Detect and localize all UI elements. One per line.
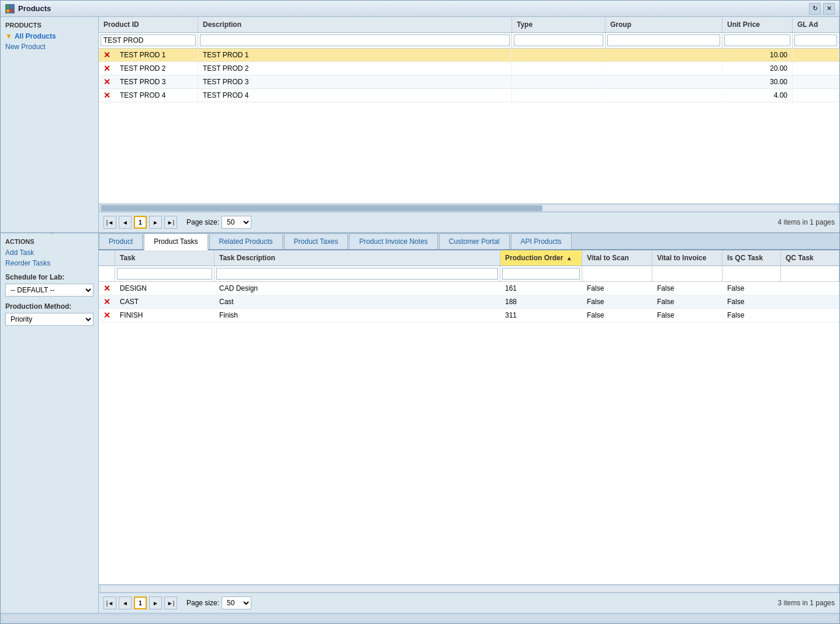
production-method-label: Production Method:	[5, 302, 94, 311]
task-cell-task: DESIGN	[115, 282, 215, 295]
table-row[interactable]: ✕ TEST PROD 2 TEST PROD 2 20.00	[99, 62, 839, 75]
cell-description: TEST PROD 2	[198, 62, 512, 75]
task-page-size-label: Page size:	[186, 599, 219, 607]
cell-type	[512, 93, 606, 98]
col-header-gl[interactable]: GL Ad	[793, 17, 839, 32]
task-filter-input-production-order[interactable]	[502, 268, 580, 280]
tab-product[interactable]: Product	[99, 233, 143, 249]
task-row-delete-icon[interactable]: ✕	[99, 284, 115, 293]
col-header-product-id[interactable]: Product ID	[99, 17, 198, 32]
row-delete-icon[interactable]: ✕	[99, 77, 115, 87]
task-next-page-button[interactable]: ►	[149, 597, 162, 609]
last-page-button[interactable]: ►|	[164, 216, 177, 229]
task-col-vital-invoice[interactable]: Vital to Invoice	[652, 250, 723, 266]
col-header-description[interactable]: Description	[198, 17, 512, 32]
titlebar: Products ↻ ✕	[1, 1, 839, 17]
prev-page-button[interactable]: ◄	[119, 216, 132, 229]
table-row[interactable]: ✕ TEST PROD 4 TEST PROD 4 4.00	[99, 89, 839, 102]
task-scroll-track	[101, 586, 837, 592]
page-size-select[interactable]: 50 25 100	[222, 216, 251, 229]
refresh-button[interactable]: ↻	[809, 3, 821, 15]
new-product-link[interactable]: New Product	[5, 43, 94, 51]
task-col-is-qc[interactable]: Is QC Task	[723, 250, 781, 266]
col-header-unit-price[interactable]: Unit Price	[723, 17, 793, 32]
task-cell-vital-invoice: False	[652, 295, 723, 308]
table-row[interactable]: ✕ TEST PROD 3 TEST PROD 3 30.00	[99, 75, 839, 89]
task-filter-input-task[interactable]	[117, 268, 212, 280]
reorder-tasks-link[interactable]: Reorder Tasks	[5, 259, 94, 267]
product-grid-hscrollbar[interactable]	[99, 204, 839, 212]
task-filter-input-description[interactable]	[216, 268, 498, 280]
cell-type	[512, 53, 606, 57]
cell-type	[512, 66, 606, 71]
task-cell-task: FINISH	[115, 309, 215, 322]
tab-customer-portal[interactable]: Customer Portal	[439, 233, 510, 249]
task-cell-production-order: 188	[500, 295, 582, 308]
filter-icon: ▼	[5, 32, 12, 40]
scroll-thumb[interactable]	[101, 205, 542, 211]
task-col-description[interactable]: Task Description	[215, 250, 500, 266]
tab-api-products[interactable]: API Products	[511, 233, 572, 249]
task-col-icon	[99, 250, 115, 266]
task-row[interactable]: ✕ CAST Cast 188 False False False	[99, 295, 839, 309]
bottom-left-sidebar: ACTIONS Add Task Reorder Tasks Schedule …	[1, 233, 99, 613]
task-last-page-button[interactable]: ►|	[164, 597, 177, 609]
task-col-task[interactable]: Task	[115, 250, 215, 266]
all-products-filter[interactable]: ▼ All Products	[5, 32, 94, 40]
task-cell-is-qc: False	[723, 282, 781, 295]
cell-product-id: TEST PROD 3	[115, 75, 198, 88]
filter-input-type[interactable]	[514, 35, 603, 46]
filter-cell-description	[198, 33, 512, 48]
filter-input-group[interactable]	[607, 35, 720, 46]
first-page-button[interactable]: |◄	[103, 216, 116, 229]
col-header-group[interactable]: Group	[606, 17, 723, 32]
task-col-qc-task[interactable]: QC Task	[781, 250, 839, 266]
task-row-delete-icon[interactable]: ✕	[99, 297, 115, 306]
bottom-section: ACTIONS Add Task Reorder Tasks Schedule …	[1, 233, 839, 613]
task-current-page-button[interactable]: 1	[134, 597, 147, 609]
production-method-select[interactable]: Priority Sequential Parallel	[5, 313, 94, 326]
cell-gl	[793, 66, 839, 71]
tab-product-invoice-notes[interactable]: Product Invoice Notes	[349, 233, 437, 249]
task-col-vital-scan[interactable]: Vital to Scan	[582, 250, 652, 266]
task-grid-hscrollbar[interactable]	[99, 584, 839, 592]
bottom-bar-scroll[interactable]	[3, 616, 837, 622]
row-delete-icon[interactable]: ✕	[99, 91, 115, 100]
task-cell-is-qc: False	[723, 309, 781, 322]
cell-unit-price: 30.00	[723, 75, 793, 88]
top-left-sidebar: PRODUCTS ▼ All Products New Product	[1, 17, 99, 232]
task-first-page-button[interactable]: |◄	[103, 597, 116, 609]
tab-product-tasks[interactable]: Product Tasks	[144, 233, 208, 250]
task-cell-vital-invoice: False	[652, 309, 723, 322]
tab-related-products[interactable]: Related Products	[209, 233, 283, 249]
task-row[interactable]: ✕ FINISH Finish 311 False False False	[99, 309, 839, 322]
row-delete-icon[interactable]: ✕	[99, 64, 115, 73]
schedule-for-lab-select[interactable]: -- DEFAULT --	[5, 284, 94, 297]
task-prev-page-button[interactable]: ◄	[119, 597, 132, 609]
filter-input-description[interactable]	[200, 35, 510, 46]
filter-input-product-id[interactable]	[101, 35, 196, 46]
cell-unit-price: 4.00	[723, 89, 793, 102]
tab-product-taxes[interactable]: Product Taxes	[284, 233, 348, 249]
next-page-button[interactable]: ►	[149, 216, 162, 229]
row-delete-icon[interactable]: ✕	[99, 50, 115, 60]
add-task-link[interactable]: Add Task	[5, 249, 94, 257]
task-row-delete-icon[interactable]: ✕	[99, 311, 115, 320]
cell-group	[606, 93, 723, 98]
cell-description: TEST PROD 1	[198, 49, 512, 61]
cell-type	[512, 80, 606, 84]
product-pagination: |◄ ◄ 1 ► ►| Page size: 50 25 100 4 items…	[99, 212, 839, 232]
col-header-type[interactable]: Type	[512, 17, 606, 32]
cell-gl	[793, 53, 839, 57]
titlebar-left: Products	[5, 4, 51, 13]
cell-unit-price: 20.00	[723, 62, 793, 75]
table-row[interactable]: ✕ TEST PROD 1 TEST PROD 1 10.00	[99, 49, 839, 62]
task-row[interactable]: ✕ DESIGN CAD Design 161 False False Fals…	[99, 282, 839, 295]
filter-input-price[interactable]	[724, 35, 790, 46]
task-page-size-select[interactable]: 50 25 100	[222, 597, 251, 609]
task-col-production-order[interactable]: Production Order ▲	[500, 250, 582, 266]
filter-input-gl[interactable]	[794, 35, 837, 46]
current-page-button[interactable]: 1	[134, 216, 147, 229]
task-filter-icon	[99, 266, 115, 281]
close-button[interactable]: ✕	[823, 3, 835, 15]
